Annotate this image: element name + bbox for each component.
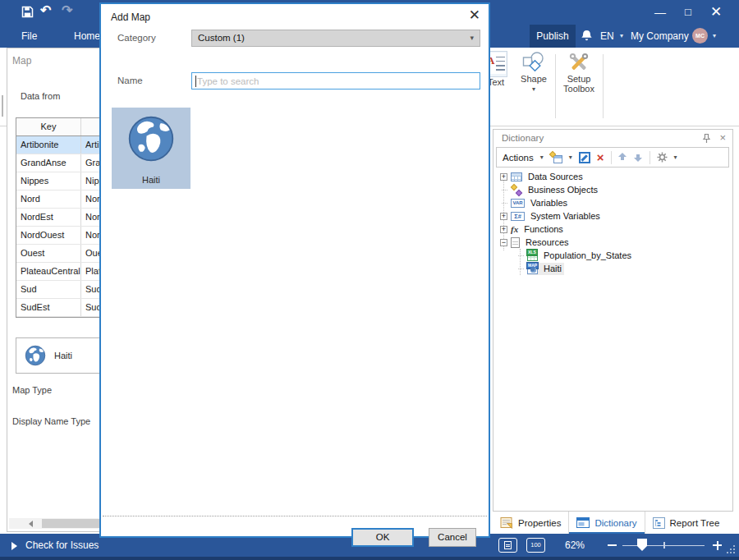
zoom-slider-thumb[interactable] (637, 539, 647, 551)
designer-edge (2, 95, 3, 117)
undo-icon[interactable]: ↶ (40, 4, 51, 17)
move-down-button[interactable] (634, 153, 643, 162)
expand-icon[interactable]: + (500, 226, 507, 233)
globe-icon (127, 115, 175, 163)
tab-report-tree[interactable]: Report Tree (645, 512, 728, 534)
expand-icon[interactable]: + (500, 213, 507, 220)
tab-properties-label: Properties (518, 518, 561, 528)
map-thumbnail-label: Haiti (112, 175, 190, 185)
language-selector[interactable]: EN (600, 25, 614, 48)
shape-tool-label: Shape (516, 74, 551, 84)
tree-item-functions[interactable]: +fxFunctions (496, 223, 730, 236)
avatar[interactable]: MC (692, 28, 708, 44)
tab-file[interactable]: File (21, 25, 37, 48)
actions-button[interactable]: Actions (503, 153, 534, 163)
map-type-label: Map Type (12, 385, 52, 395)
key-column-header[interactable]: Key (16, 118, 81, 135)
tree-item-resources[interactable]: −Resources (496, 236, 730, 249)
shape-tool-button[interactable]: Shape ▾ (516, 51, 551, 93)
key-cell[interactable]: NordEst (16, 209, 81, 226)
dialog-close-icon[interactable]: ✕ (469, 7, 480, 24)
key-cell[interactable]: Artibonite (16, 136, 81, 154)
collapse-icon[interactable]: − (500, 239, 507, 246)
tab-home[interactable]: Home (74, 25, 100, 48)
key-cell[interactable]: Sud (16, 281, 81, 298)
panel-title: Map (12, 55, 31, 67)
check-issues-button[interactable]: Check for Issues (25, 534, 99, 557)
save-icon[interactable] (21, 6, 34, 18)
name-search-input[interactable] (197, 74, 468, 88)
shape-tool-icon (516, 51, 551, 74)
scroll-left-icon[interactable] (29, 521, 33, 527)
zoom-out-button[interactable] (608, 544, 617, 546)
notifications-bell-icon[interactable] (581, 30, 592, 43)
tree-item-system-variables[interactable]: +Σ#System Variables (496, 209, 730, 223)
key-cell[interactable]: Nippes (16, 172, 81, 190)
dictionary-toolbar: Actions ▾ ▾ × ▾ (496, 147, 729, 168)
category-value: Custom (1) (198, 30, 245, 46)
setup-toolbox-button[interactable]: Setup Toolbox (558, 51, 599, 94)
map-resource-icon: MAP (527, 264, 538, 274)
redo-icon[interactable]: ↷ (62, 4, 72, 17)
key-cell[interactable]: Ouest (16, 245, 81, 262)
tree-item-business-objects[interactable]: Business Objects (496, 183, 730, 196)
resize-grip[interactable] (727, 545, 735, 553)
edit-button[interactable] (579, 152, 590, 163)
shape-caret-icon: ▾ (516, 85, 551, 93)
tab-dictionary[interactable]: Dictionary (568, 512, 644, 534)
settings-caret-icon[interactable]: ▾ (674, 154, 677, 161)
new-item-caret-icon[interactable]: ▾ (569, 154, 572, 161)
dictionary-tree: +Data SourcesBusiness ObjectsVARVariable… (496, 170, 730, 509)
category-dropdown[interactable]: Custom (1) ▾ (191, 30, 480, 47)
ok-button[interactable]: OK (351, 528, 414, 547)
account-caret-icon[interactable]: ▾ (713, 25, 716, 48)
key-cell[interactable]: Nord (16, 190, 81, 208)
tree-item-variables[interactable]: VARVariables (496, 196, 730, 209)
name-search-field (191, 72, 480, 90)
tree-item-data-sources[interactable]: +Data Sources (496, 170, 730, 183)
cancel-button[interactable]: Cancel (429, 528, 476, 547)
language-caret-icon[interactable]: ▾ (620, 25, 623, 48)
setup-toolbox-label: Setup Toolbox (558, 74, 599, 94)
tree-item-label: Population_by_States (541, 250, 634, 260)
publish-button[interactable]: Publish (530, 25, 576, 48)
tree-item-label: Data Sources (526, 172, 585, 181)
zoom-100-button[interactable]: 100 (526, 538, 545, 553)
account-label[interactable]: My Company (631, 25, 689, 48)
category-label: Category (117, 33, 156, 43)
zoom-in-button-bar (717, 541, 718, 550)
data-from-label: Data from (21, 91, 60, 101)
toolbar-separator (611, 151, 612, 164)
tree-item-population-by-states[interactable]: XLSPopulation_by_States (496, 249, 730, 262)
pin-icon[interactable] (702, 133, 711, 144)
expand-icon[interactable]: + (500, 173, 507, 181)
page-view-button[interactable] (498, 538, 517, 553)
settings-gear-button[interactable] (657, 152, 668, 163)
key-cell[interactable]: PlateauCentral (16, 263, 81, 280)
tab-properties[interactable]: Properties (493, 512, 568, 534)
panel-close-icon[interactable]: × (719, 131, 726, 144)
tree-stub (516, 265, 524, 273)
business-objects-icon (511, 185, 522, 195)
properties-icon (500, 516, 513, 529)
map-thumbnail-haiti[interactable]: Haiti (112, 108, 190, 189)
setup-toolbox-icon (558, 51, 599, 74)
page-icon (504, 541, 512, 549)
new-item-button[interactable] (550, 152, 562, 163)
toolbar-separator (649, 151, 650, 164)
check-issues-expand-icon[interactable] (11, 542, 17, 550)
tab-report-tree-label: Report Tree (670, 518, 720, 528)
key-cell[interactable]: SudEst (16, 299, 81, 316)
actions-caret-icon[interactable]: ▾ (540, 154, 544, 161)
data-sources-icon (511, 172, 522, 181)
close-button[interactable]: ✕ (705, 2, 728, 23)
tree-item-haiti[interactable]: MAPHaiti (496, 262, 730, 275)
move-up-button[interactable] (618, 153, 627, 162)
minimize-button[interactable]: — (649, 2, 672, 23)
text-caret (195, 76, 196, 87)
xls-file-icon: XLS (527, 250, 538, 261)
delete-button[interactable]: × (597, 152, 604, 163)
key-cell[interactable]: NordOuest (16, 227, 81, 244)
maximize-button[interactable]: □ (677, 2, 700, 23)
key-cell[interactable]: GrandAnse (16, 154, 81, 172)
